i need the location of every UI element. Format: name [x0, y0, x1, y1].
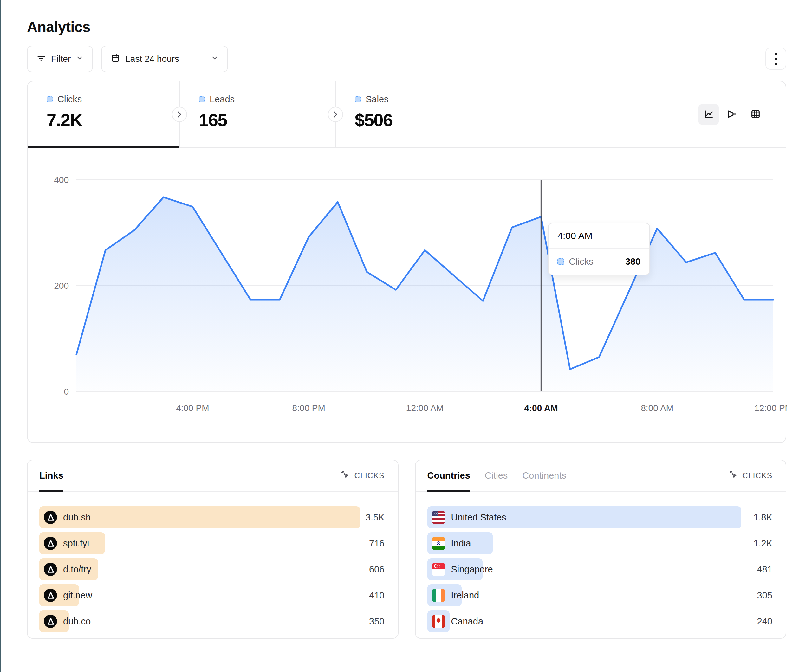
leads-legend-icon — [199, 96, 205, 102]
country-row[interactable]: Singapore481 — [427, 558, 773, 580]
date-range-button[interactable]: Last 24 hours — [101, 46, 228, 72]
x-axis-label: 12:00 AM — [406, 403, 444, 413]
cursor-click-icon — [729, 470, 739, 481]
dub-logo-icon — [44, 588, 57, 602]
x-axis-label: 12:00 PM — [754, 403, 787, 413]
in-flag-icon — [432, 537, 445, 550]
stat-label: Leads — [210, 94, 235, 105]
link-row[interactable]: d.to/try606 — [39, 558, 385, 580]
country-row[interactable]: India1.2K — [427, 532, 773, 554]
row-label: India — [451, 538, 471, 549]
table-view-toggle[interactable] — [745, 104, 766, 125]
row-value: 1.2K — [753, 538, 773, 549]
countries-metric[interactable]: CLICKS — [729, 470, 773, 481]
expand-sales-button[interactable] — [328, 107, 343, 122]
row-label: git.new — [63, 590, 92, 601]
row-label: dub.co — [63, 616, 91, 627]
area-fill — [77, 197, 773, 391]
filter-button[interactable]: Filter — [27, 46, 93, 72]
dub-logo-icon — [44, 563, 57, 576]
funnel-chart-toggle[interactable] — [722, 104, 742, 125]
ca-flag-icon — [432, 615, 445, 628]
stat-value: $506 — [355, 110, 494, 130]
stat-label: Clicks — [57, 94, 82, 105]
tab-links[interactable]: Links — [39, 460, 63, 491]
links-panel: Links CLICKS dub.sh3.5Kspti.fyi716d.to/t… — [27, 460, 399, 639]
funnel-chart-icon — [727, 109, 737, 121]
country-row[interactable]: Canada240 — [427, 610, 773, 633]
ie-flag-icon — [432, 588, 445, 602]
y-axis-label: 200 — [54, 281, 69, 291]
stat-label: Sales — [365, 94, 389, 105]
stat-tab-clicks[interactable]: Clicks 7.2K — [27, 82, 179, 147]
chevron-down-icon — [211, 54, 218, 64]
stat-tab-sales[interactable]: Sales $506 — [336, 82, 494, 147]
date-range-label: Last 24 hours — [125, 54, 179, 64]
tooltip-time: 4:00 AM — [549, 223, 649, 249]
toolbar: Filter Last 24 hours — [27, 46, 786, 72]
analytics-chart-card: Clicks 7.2K Leads 165 — [27, 81, 786, 443]
expand-leads-button[interactable] — [172, 107, 187, 122]
page-left-accent — [0, 0, 1, 672]
filter-label: Filter — [51, 54, 71, 64]
row-label: Canada — [451, 616, 483, 627]
country-row[interactable]: United States1.8K — [427, 506, 773, 529]
stat-tab-leads[interactable]: Leads 165 — [180, 82, 335, 147]
row-value: 350 — [369, 616, 384, 627]
dub-logo-icon — [44, 511, 57, 524]
stat-value: 7.2K — [47, 110, 179, 130]
chevron-down-icon — [76, 54, 84, 64]
row-label: Ireland — [451, 590, 479, 601]
row-value: 1.8K — [753, 512, 773, 523]
page-title: Analytics — [27, 19, 786, 36]
link-row[interactable]: dub.sh3.5K — [39, 506, 385, 529]
tab-cities[interactable]: Cities — [485, 460, 508, 491]
filter-icon — [36, 53, 46, 65]
more-menu-button[interactable] — [765, 48, 786, 70]
row-label: Singapore — [451, 564, 493, 575]
x-axis-label: 8:00 PM — [292, 403, 325, 413]
stats-row: Clicks 7.2K Leads 165 — [27, 82, 786, 148]
row-label: spti.fyi — [63, 538, 89, 549]
tooltip-value: 380 — [625, 256, 640, 267]
link-row[interactable]: spti.fyi716 — [39, 532, 385, 554]
x-axis-label: 4:00 PM — [176, 403, 209, 413]
tab-countries[interactable]: Countries — [427, 460, 470, 491]
dub-logo-icon — [44, 615, 57, 628]
kebab-menu-icon — [775, 53, 777, 55]
cursor-click-icon — [341, 470, 350, 481]
line-chart-toggle[interactable] — [698, 104, 719, 125]
row-label: United States — [451, 512, 507, 523]
row-label: d.to/try — [63, 564, 91, 575]
y-axis-label: 0 — [64, 387, 69, 397]
breakdown-panels: Links CLICKS dub.sh3.5Kspti.fyi716d.to/t… — [27, 460, 786, 639]
tab-continents[interactable]: Continents — [522, 460, 566, 491]
row-value: 305 — [757, 590, 773, 601]
y-axis-label: 400 — [54, 175, 69, 185]
links-metric[interactable]: CLICKS — [341, 470, 384, 481]
table-icon — [750, 109, 761, 121]
countries-panel: Countries Cities Continents CLICKS — [415, 460, 786, 639]
clicks-legend-icon — [47, 96, 53, 102]
line-chart-icon — [703, 109, 714, 121]
link-row[interactable]: git.new410 — [39, 584, 385, 606]
analytics-page: Analytics Filter Last 24 hours — [27, 0, 786, 639]
clicks-legend-icon — [558, 258, 564, 265]
chart-canvas[interactable]: 02004004:00 PM8:00 PM12:00 AM4:00 AM8:00… — [27, 148, 787, 442]
chart-tooltip: 4:00 AM Clicks 380 — [548, 223, 650, 275]
country-row[interactable]: Ireland305 — [427, 584, 773, 606]
row-value: 606 — [369, 564, 384, 575]
x-axis-label: 4:00 AM — [524, 403, 558, 413]
dub-logo-icon — [44, 537, 57, 550]
tooltip-series: Clicks — [569, 256, 621, 267]
row-value: 240 — [757, 616, 773, 627]
row-value: 716 — [369, 538, 384, 549]
row-value: 3.5K — [365, 512, 385, 523]
x-axis-label: 8:00 AM — [641, 403, 674, 413]
row-label: dub.sh — [63, 512, 91, 523]
stat-value: 165 — [199, 110, 335, 130]
clicks-area-chart[interactable]: 02004004:00 PM8:00 PM12:00 AM4:00 AM8:00… — [27, 148, 786, 442]
chart-view-toggles — [698, 104, 766, 125]
link-row[interactable]: dub.co350 — [39, 610, 385, 633]
row-value: 410 — [369, 590, 384, 601]
